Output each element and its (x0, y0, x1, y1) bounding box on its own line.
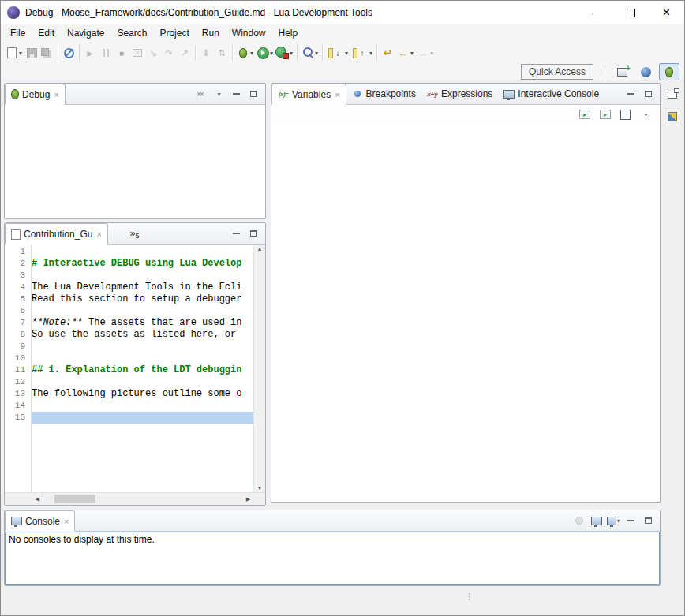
menu-window[interactable]: Window (226, 25, 272, 41)
ldt-perspective-button[interactable] (635, 63, 656, 80)
dropdown-caret-icon[interactable]: ▾ (369, 50, 372, 57)
display-selected-console-button[interactable] (590, 514, 603, 527)
save-all-icon (41, 47, 54, 59)
minimize-view-button[interactable] (624, 88, 638, 100)
maximize-view-button[interactable] (247, 88, 260, 100)
minimize-view-button[interactable] (230, 227, 243, 240)
collapse-all-button[interactable] (619, 108, 632, 121)
external-tools-button[interactable]: ▾ (275, 43, 294, 62)
scrollbar-thumb[interactable] (54, 495, 95, 503)
dropdown-caret-icon[interactable]: ▾ (345, 50, 348, 57)
editor-lines[interactable]: # Interactive DEBUG using Lua DevelopThe… (32, 245, 253, 492)
skip-all-breakpoints-button[interactable] (61, 43, 77, 62)
menu-run[interactable]: Run (196, 25, 226, 41)
resume-button[interactable]: ▶ (82, 43, 98, 62)
open-perspective-button[interactable] (612, 63, 632, 80)
minimize-window-button[interactable] (578, 1, 613, 24)
minimize-icon (233, 233, 240, 234)
tab-console[interactable]: Console × (5, 510, 75, 532)
tab-breakpoints[interactable]: Breakpoints (346, 84, 421, 104)
ldt-perspective-icon (641, 67, 651, 77)
perspective-bar: Quick Access (1, 64, 684, 80)
tab-variables[interactable]: (x)=Variables× (271, 84, 346, 105)
drop-to-frame-button[interactable]: ⇓ (198, 43, 214, 62)
menu-navigate[interactable]: Navigate (61, 25, 110, 41)
forward-button[interactable]: →▾ (415, 43, 435, 62)
save-button[interactable] (24, 43, 39, 62)
use-step-filters-button[interactable]: ⇅ (214, 43, 230, 62)
close-icon[interactable]: × (64, 517, 69, 526)
tab-debug[interactable]: Debug × (5, 84, 66, 105)
scrollbar-corner (254, 493, 265, 505)
dropdown-caret-icon[interactable]: ▾ (250, 50, 253, 57)
titlebar: Debug - Moose_Framework/docs/Contributio… (1, 1, 684, 24)
dropdown-caret-icon[interactable]: ▾ (617, 517, 620, 525)
minimize-view-button[interactable] (230, 88, 243, 100)
debug-button[interactable]: ▾ (235, 43, 255, 62)
menu-help[interactable]: Help (272, 25, 305, 41)
maximize-view-button[interactable] (247, 227, 260, 240)
view-menu-button[interactable]: ▾ (212, 88, 226, 100)
dropdown-caret-icon[interactable]: ▾ (315, 50, 318, 57)
show-type-names-button[interactable]: ▸ (578, 108, 591, 121)
dropdown-caret-icon[interactable]: ▾ (19, 50, 22, 57)
disconnect-button[interactable] (129, 43, 145, 62)
scroll-right-icon[interactable]: ▶ (242, 493, 254, 505)
dropdown-caret-icon[interactable]: ▾ (270, 50, 273, 57)
show-logical-structures-button[interactable]: ▸ (598, 108, 612, 121)
menu-file[interactable]: File (4, 25, 32, 41)
tab-interactive-console[interactable]: Interactive Console (498, 84, 605, 104)
scrollbar-track[interactable] (43, 493, 242, 505)
menu-edit[interactable]: Edit (32, 25, 61, 41)
editor-vertical-scrollbar[interactable]: ▲ ▼ (253, 245, 265, 492)
maximize-view-button[interactable] (642, 88, 655, 100)
open-console-button[interactable]: ▾ (607, 514, 620, 527)
view-menu-button[interactable]: ▾ (639, 108, 653, 121)
search-button[interactable]: ▾ (300, 43, 320, 62)
tab-expressions[interactable]: x+yExpressions (421, 84, 498, 104)
suspend-icon (99, 47, 112, 59)
tab-label: Variables (292, 89, 331, 100)
close-icon[interactable]: × (54, 90, 58, 99)
close-icon[interactable]: × (96, 230, 101, 239)
restore-minimized-view-button[interactable] (664, 86, 681, 103)
scroll-down-icon[interactable]: ▼ (257, 485, 263, 491)
save-all-button[interactable] (39, 43, 55, 62)
run-button[interactable]: ▾ (255, 43, 275, 62)
dropdown-caret-icon[interactable]: ▾ (290, 50, 293, 57)
dropdown-caret-icon[interactable]: ▾ (410, 50, 414, 57)
maximize-window-button[interactable] (613, 1, 649, 24)
close-icon[interactable]: × (335, 90, 339, 99)
new-wizard-button[interactable]: ▾ (4, 43, 24, 62)
minimized-view-button[interactable] (664, 108, 681, 125)
line-number: 11 (5, 364, 31, 376)
step-return-button[interactable]: ↗ (177, 43, 193, 62)
hidden-editors-chevron[interactable]: » 5 (125, 223, 144, 244)
debug-perspective-button[interactable] (659, 63, 679, 80)
editor-text: So use the assets as listed here, or (32, 329, 241, 340)
pin-console-button[interactable] (572, 514, 586, 527)
minimize-view-button[interactable] (624, 514, 638, 527)
menu-search[interactable]: Search (110, 25, 153, 41)
next-annotation-button[interactable]: ↓▾ (325, 43, 350, 62)
maximize-view-button[interactable] (642, 514, 655, 527)
editor-horizontal-scrollbar[interactable]: ◀ ▶ (5, 492, 265, 505)
tab-contribution-guide[interactable]: Contribution_Gu × (5, 223, 108, 245)
scroll-up-icon[interactable]: ▲ (257, 246, 263, 252)
dropdown-caret-icon[interactable]: ▾ (430, 50, 433, 57)
tab-debug-label: Debug (22, 89, 50, 100)
editor-text: # Interactive DEBUG using Lua Develop (32, 258, 241, 269)
close-window-button[interactable]: × (649, 1, 684, 24)
scroll-left-icon[interactable]: ◀ (32, 493, 43, 505)
terminate-button[interactable]: ■ (114, 43, 129, 62)
last-edit-location-button[interactable]: ↩ (380, 43, 395, 62)
quick-access-input[interactable]: Quick Access (521, 64, 593, 80)
step-into-button[interactable]: ↘ (145, 43, 161, 62)
back-button[interactable]: ←▾ (395, 43, 415, 62)
step-over-button[interactable]: ↷ (161, 43, 177, 62)
menu-project[interactable]: Project (153, 25, 195, 41)
previous-annotation-button[interactable]: ↑▾ (350, 43, 374, 62)
remove-all-terminated-button[interactable]: ×× (193, 88, 208, 100)
suspend-button[interactable] (98, 43, 114, 62)
trim-drag-handle[interactable]: ⋮ (465, 594, 474, 599)
